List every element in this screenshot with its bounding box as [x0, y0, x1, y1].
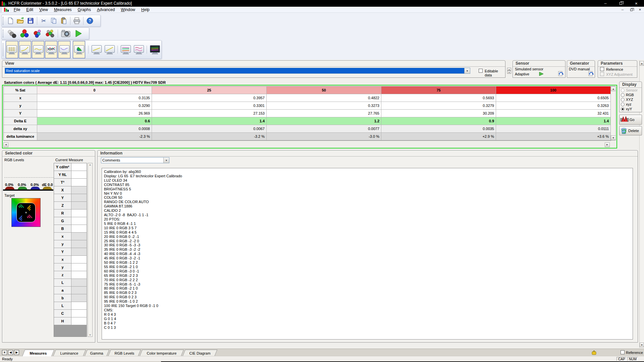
- sat-cell[interactable]: 0.0111: [496, 125, 611, 133]
- minimize-button[interactable]: ─: [598, 0, 613, 7]
- view-selector[interactable]: Red saturation scale ▼: [5, 68, 470, 74]
- sat-col-header-0[interactable]: 0: [37, 86, 152, 94]
- sat-col-header-25[interactable]: 25: [152, 86, 267, 94]
- sat-cell[interactable]: 0.0067: [152, 125, 267, 133]
- sat-col-header-75[interactable]: 75: [381, 86, 496, 94]
- run-measures-button[interactable]: [72, 28, 85, 39]
- sat-cell[interactable]: 0.0077: [267, 125, 381, 133]
- scroll-up-icon[interactable]: ▲: [640, 61, 644, 66]
- measure-value[interactable]: [71, 263, 87, 271]
- graph-near-bw-button[interactable]: [103, 41, 116, 58]
- menu-measures[interactable]: Measures: [51, 7, 75, 12]
- menu-help[interactable]: Help: [138, 7, 153, 12]
- paste-button[interactable]: [59, 16, 69, 25]
- measure-value[interactable]: [71, 225, 87, 232]
- measure-value[interactable]: [71, 233, 87, 240]
- scroll-right-icon[interactable]: ►: [605, 142, 610, 147]
- sat-cell[interactable]: 27.765: [267, 110, 381, 117]
- graph-gamut-button[interactable]: [149, 41, 161, 58]
- measure-value[interactable]: [71, 179, 87, 186]
- sat-cell[interactable]: 0.3135: [37, 94, 152, 102]
- snapshot-button[interactable]: [59, 28, 72, 39]
- sat-cell[interactable]: 27.153: [152, 110, 267, 117]
- measure-value[interactable]: [71, 310, 87, 317]
- measure-value[interactable]: [71, 240, 87, 248]
- go-button[interactable]: Go: [619, 115, 642, 125]
- measure-value[interactable]: [71, 256, 87, 263]
- sat-cell[interactable]: +3.6 %: [496, 133, 611, 140]
- tab-scroll-left-button[interactable]: ◀: [8, 350, 13, 355]
- scroll-up-icon[interactable]: ▲: [89, 163, 92, 166]
- save-button[interactable]: [25, 16, 36, 25]
- tab-scroll-right-button[interactable]: ▶: [14, 350, 19, 355]
- sat-cell[interactable]: 0.3301: [152, 102, 267, 110]
- graph-measures-grid-button[interactable]: [6, 41, 18, 58]
- sat-cell[interactable]: 0.3263: [496, 102, 611, 110]
- close-button[interactable]: ✕: [629, 0, 644, 7]
- sat-cell[interactable]: -3.2 %: [152, 133, 267, 140]
- information-mode-selector[interactable]: Comments ▼: [101, 157, 169, 163]
- sat-cell-delta-e[interactable]: 1.4: [496, 117, 611, 125]
- chevron-down-icon[interactable]: ▼: [464, 68, 470, 73]
- sat-cell[interactable]: 0.3957: [152, 94, 267, 102]
- sat-cell[interactable]: 0.3279: [381, 102, 496, 110]
- sat-col-header-100[interactable]: 100: [496, 86, 611, 94]
- secondaries-measure-button[interactable]: [31, 28, 44, 39]
- sensor-configure-icon[interactable]: [558, 71, 564, 76]
- editable-data-checkbox[interactable]: [479, 69, 483, 73]
- help-button[interactable]: ?: [85, 16, 95, 25]
- display-option-rgb-radio[interactable]: [621, 93, 625, 97]
- sat-cell[interactable]: 0.6505: [496, 94, 611, 102]
- measure-value[interactable]: [71, 287, 87, 294]
- scroll-left-icon[interactable]: ◄: [3, 142, 8, 147]
- reference-checkbox[interactable]: [600, 67, 604, 71]
- copy-button[interactable]: [49, 16, 59, 25]
- measure-value[interactable]: [71, 279, 87, 286]
- scroll-down-icon[interactable]: ▼: [640, 343, 644, 347]
- sat-cell[interactable]: +2.9 %: [381, 133, 496, 140]
- new-document-button[interactable]: [5, 16, 15, 25]
- scroll-down-icon[interactable]: ▼: [89, 334, 92, 337]
- menu-advanced[interactable]: Advanced: [94, 7, 118, 12]
- open-file-button[interactable]: [15, 16, 25, 25]
- measure-value[interactable]: [71, 294, 87, 302]
- primaries-measure-button[interactable]: [18, 28, 31, 39]
- measure-value[interactable]: [71, 194, 87, 201]
- cut-button[interactable]: ✂: [39, 16, 49, 25]
- tab-rgb-levels[interactable]: RGB Levels: [108, 350, 141, 356]
- toolbar-grip[interactable]: [3, 17, 4, 25]
- sat-cell[interactable]: 0.3290: [37, 102, 152, 110]
- sat-cell[interactable]: 0.0008: [37, 125, 152, 133]
- tab-cie-diagram[interactable]: CIE Diagram: [182, 350, 217, 356]
- measure-value[interactable]: [71, 186, 87, 194]
- sat-cell[interactable]: 0.5693: [381, 94, 496, 102]
- sat-cell[interactable]: -3.0 %: [267, 133, 381, 140]
- menu-graphs[interactable]: Graphs: [75, 7, 94, 12]
- menu-edit[interactable]: Edit: [23, 7, 36, 12]
- graph-color-temp-button[interactable]: [58, 41, 70, 58]
- measure-value[interactable]: [71, 209, 87, 217]
- grayscale-measure-button[interactable]: [5, 28, 18, 39]
- restore-button[interactable]: [613, 0, 629, 7]
- table-vertical-scrollbar[interactable]: ▲ ▼: [610, 86, 616, 140]
- measure-value[interactable]: [71, 271, 87, 279]
- graph-cie-diagram-button[interactable]: [73, 41, 85, 58]
- graph-contrast-button[interactable]: [90, 41, 103, 58]
- sat-cell[interactable]: 0.3273: [267, 102, 381, 110]
- toolbar-grip[interactable]: [3, 43, 4, 56]
- measure-table-scrollbar[interactable]: ▲ ▼: [88, 163, 93, 337]
- print-button[interactable]: [72, 16, 82, 25]
- graph-saturation-lines-button[interactable]: [119, 41, 132, 58]
- graph-luminance-button[interactable]: [32, 41, 44, 58]
- generator-configure-icon[interactable]: [588, 71, 594, 76]
- sat-col-header-50[interactable]: 50: [267, 86, 381, 94]
- sat-cell[interactable]: 0.0035: [381, 125, 496, 133]
- tab-measures[interactable]: Measures: [22, 350, 54, 356]
- measure-value[interactable]: [71, 217, 87, 225]
- measure-value[interactable]: [71, 171, 87, 178]
- menu-view[interactable]: View: [36, 7, 51, 12]
- graph-rgb-levels-button[interactable]: [45, 41, 57, 58]
- chevron-down-icon[interactable]: ▼: [163, 158, 169, 163]
- bottom-reference-checkbox[interactable]: [621, 350, 625, 354]
- sat-cell[interactable]: 32.431: [496, 110, 611, 117]
